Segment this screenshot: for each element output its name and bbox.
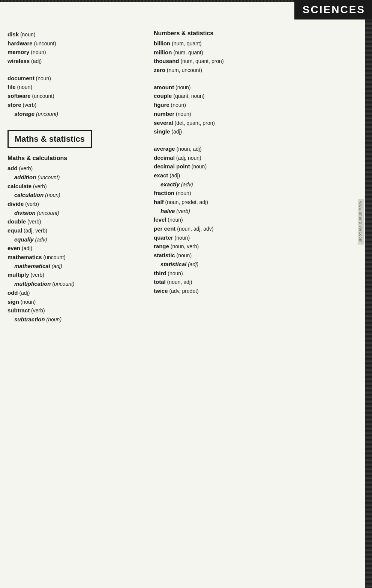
list-item: range (noun, verb)	[154, 242, 361, 251]
list-item: multiply (verb)	[8, 270, 139, 279]
list-item: file (noun)	[8, 82, 139, 92]
list-item: thousand (num, quant, pron)	[154, 57, 361, 66]
list-item: halve (verb)	[154, 207, 361, 216]
list-item: statistic (noun)	[154, 251, 361, 260]
list-item: decimal (adj, noun)	[154, 153, 361, 162]
list-item: billion (num, quant)	[154, 39, 361, 48]
section-box-maths: Maths & statistics	[8, 130, 92, 148]
list-item: hardware (uncount)	[8, 39, 139, 48]
list-item: per cent (noun, adj, adv)	[154, 224, 361, 233]
list-item: level (noun)	[154, 215, 361, 224]
list-item: third (noun)	[154, 269, 361, 278]
list-item: division (uncount)	[8, 208, 139, 218]
main-content: disk (noun) hardware (uncount) memory (n…	[0, 0, 372, 347]
list-item: couple (quant, noun)	[154, 92, 361, 100]
left-column: disk (noun) hardware (uncount) memory (n…	[8, 30, 146, 332]
watermark: www.nhantriviet.com	[358, 199, 364, 244]
list-item: mathematical (adj)	[8, 262, 139, 271]
list-item: equally (adv)	[8, 235, 139, 244]
list-item: equal (adj, verb)	[8, 226, 139, 235]
page-container: SCIENCES www.nhantriviet.com disk (noun)…	[0, 0, 372, 588]
list-item: odd (adj)	[8, 288, 139, 297]
list-item: divide (verb)	[8, 200, 139, 208]
list-item: total (noun, adj)	[154, 278, 361, 286]
list-item: wireless (adj)	[8, 57, 139, 66]
header-title: SCIENCES	[303, 4, 365, 15]
list-item: exactly (adv)	[154, 180, 361, 189]
list-item: half (noun, predet, adj)	[154, 198, 361, 207]
word-group-tech1: disk (noun) hardware (uncount) memory (n…	[8, 30, 139, 66]
list-item: addition (uncount)	[8, 173, 139, 182]
list-item: number (noun)	[154, 110, 361, 118]
list-item: add (verb)	[8, 164, 139, 173]
list-item: subtract (verb)	[8, 306, 139, 315]
list-item: calculate (verb)	[8, 182, 139, 191]
list-item: memory (noun)	[8, 48, 139, 57]
word-group-statistics: average (noun, adj) decimal (adj, noun) …	[154, 144, 361, 296]
list-item: figure (noun)	[154, 100, 361, 110]
list-item: subtraction (noun)	[8, 315, 139, 324]
list-item: double (verb)	[8, 217, 139, 226]
list-item: mathematics (uncount)	[8, 253, 139, 262]
right-column: Numbers & statistics billion (num, quant…	[146, 30, 361, 332]
list-item: exact (adj)	[154, 171, 361, 180]
list-item: calculation (noun)	[8, 190, 139, 200]
list-item: sign (noun)	[8, 297, 139, 306]
word-group-tech2: document (noun) file (noun) software (un…	[8, 74, 139, 118]
list-item: several (det, quant, pron)	[154, 118, 361, 128]
list-item: amount (noun)	[154, 83, 361, 92]
list-item: storage (uncount)	[8, 110, 139, 118]
list-item: quarter (noun)	[154, 233, 361, 242]
section-box-title: Maths & statistics	[15, 134, 85, 144]
list-item: fraction (noun)	[154, 189, 361, 198]
list-item: twice (adv, predet)	[154, 286, 361, 296]
list-item: single (adj)	[154, 127, 361, 136]
list-item: zero (num, uncount)	[154, 66, 361, 75]
list-item: document (noun)	[8, 74, 139, 83]
list-item: even (adj)	[8, 244, 139, 253]
list-item: million (num, quant)	[154, 48, 361, 57]
list-item: software (uncount)	[8, 92, 139, 100]
list-item: store (verb)	[8, 100, 139, 110]
list-item: disk (noun)	[8, 30, 139, 39]
subsection-title-maths-calc: Maths & calculations	[8, 155, 139, 162]
list-item: multiplication (uncount)	[8, 279, 139, 288]
subsection-title-numbers: Numbers & statistics	[154, 30, 361, 37]
sciences-header: SCIENCES	[294, 0, 372, 20]
list-item: average (noun, adj)	[154, 144, 361, 153]
list-item: decimal point (noun)	[154, 162, 361, 171]
list-item: statistical (adj)	[154, 260, 361, 269]
word-group-numbers-stats: Numbers & statistics billion (num, quant…	[154, 30, 361, 75]
word-group-amounts: amount (noun) couple (quant, noun) figur…	[154, 83, 361, 136]
word-group-maths-calc: Maths & calculations add (verb) addition…	[8, 155, 139, 324]
right-edge-decoration	[365, 0, 372, 588]
